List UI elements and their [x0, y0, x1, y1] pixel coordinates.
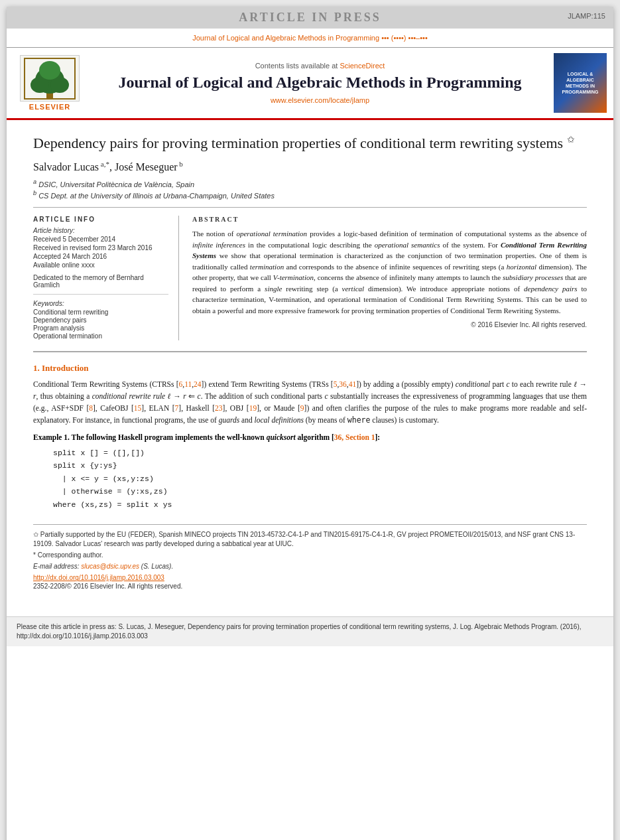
elsevier-logo: ELSEVIER — [13, 55, 86, 111]
article-body: Dependency pairs for proving termination… — [7, 120, 613, 603]
accepted-date: Accepted 24 March 2016 — [33, 253, 168, 260]
article-info-column: ARTICLE INFO Article history: Received 5… — [33, 216, 179, 340]
citation-text: Please cite this article in press as: S.… — [17, 623, 582, 640]
ref-19[interactable]: 19 — [249, 404, 257, 412]
keyword-4: Operational termination — [33, 332, 168, 340]
ref-11[interactable]: 11 — [184, 380, 192, 388]
keyword-2: Dependency pairs — [33, 316, 168, 324]
aip-banner-text: ARTICLE IN PRESS — [239, 11, 381, 24]
svg-point-2 — [31, 77, 49, 93]
journal-url: www.elsevier.com/locate/jlamp — [93, 96, 547, 104]
keyword-3: Program analysis — [33, 324, 168, 332]
code-line-3: | x <= y = (xs,y:zs) — [53, 472, 587, 486]
revised-date: Received in revised form 23 March 2016 — [33, 244, 168, 251]
journal-subtitle-link[interactable]: Journal of Logical and Algebraic Methods… — [192, 34, 428, 42]
sciencedirect-link[interactable]: ScienceDirect — [340, 62, 385, 70]
ref-5[interactable]: 5 — [334, 380, 338, 388]
code-line-5: where (xs,zs) = split x ys — [53, 498, 587, 512]
email-suffix: (S. Lucas). — [141, 563, 173, 570]
divider-thick — [33, 351, 587, 352]
svg-point-3 — [50, 77, 69, 93]
section-intro-heading: 1. Introduction — [33, 363, 587, 374]
available-date: Available online xxxx — [33, 261, 168, 269]
abstract-text: The notion of operational termination pr… — [192, 228, 587, 316]
page: ARTICLE IN PRESS JLAMP:115 Journal of Lo… — [7, 7, 613, 840]
contents-link: Contents lists available at ScienceDirec… — [93, 62, 547, 70]
divider-info — [33, 294, 168, 295]
author-2-sup: b — [178, 160, 183, 168]
code-line-2: split x {y:ys} — [53, 459, 587, 472]
journal-header: ELSEVIER Contents lists available at Sci… — [7, 48, 613, 120]
citation-bar: Please cite this article in press as: S.… — [7, 616, 613, 646]
keywords-section: Keywords: Conditional term rewriting Dep… — [33, 300, 168, 340]
ref-36-sec1[interactable]: 36, Section 1 — [334, 433, 375, 441]
ref-15[interactable]: 15 — [134, 404, 142, 412]
issn-line: 2352-2208/© 2016 Elsevier Inc. All right… — [33, 583, 587, 590]
footnote-corresponding: * Corresponding author. — [33, 551, 587, 560]
paper-title-text: Dependency pairs for proving termination… — [33, 135, 563, 151]
author-1-name: Salvador Lucas — [33, 161, 99, 173]
ref-24[interactable]: 24 — [194, 380, 202, 388]
paper-title-star: ✩ — [567, 135, 575, 145]
email-label: E-mail address: — [33, 563, 79, 570]
intro-paragraph-1: Conditional Term Rewriting Systems (CTRS… — [33, 379, 587, 426]
journal-cover-image: LOGICAL &ALGEBRAICMETHODS INPROGRAMMING — [554, 53, 607, 113]
footnote-email-line: E-mail address: slucas@dsic.upv.es (S. L… — [33, 562, 587, 571]
doi-link[interactable]: http://dx.doi.org/10.1016/j.jlamp.2016.0… — [33, 574, 587, 581]
ref-23[interactable]: 23 — [215, 404, 223, 412]
journal-subtitle-bar: Journal of Logical and Algebraic Methods… — [7, 29, 613, 48]
affiliation-2: b CS Dept. at the University of Illinois… — [33, 190, 587, 200]
journal-title-center: Contents lists available at ScienceDirec… — [93, 62, 547, 104]
elsevier-tree-icon — [20, 55, 80, 102]
elsevier-wordmark: ELSEVIER — [29, 103, 70, 111]
history-label: Article history: — [33, 227, 168, 234]
email-link[interactable]: slucas@dsic.upv.es — [81, 563, 139, 570]
article-info-title: ARTICLE INFO — [33, 216, 168, 223]
author-2-name: José Meseguer — [115, 161, 178, 173]
code-line-4: | otherwise = (y:xs,zs) — [53, 485, 587, 498]
code-block-quicksort: split x [] = ([],[]) split x {y:ys} | x … — [53, 447, 587, 512]
dedication: Dedicated to the memory of Bernhard Gram… — [33, 274, 168, 289]
ref-7[interactable]: 7 — [175, 404, 179, 412]
code-line-1: split x [] = ([],[]) — [53, 447, 587, 460]
author-1-sup: a,* — [99, 160, 109, 168]
ref-8[interactable]: 8 — [89, 404, 93, 412]
footnotes-area: ✩ Partially supported by the EU (FEDER),… — [33, 524, 587, 590]
footnote-star: ✩ Partially supported by the EU (FEDER),… — [33, 530, 587, 549]
aip-banner: ARTICLE IN PRESS JLAMP:115 — [7, 7, 613, 29]
affiliation-1: a DSIC, Universitat Politècnica de Valèn… — [33, 178, 587, 188]
keywords-label: Keywords: — [33, 300, 168, 307]
contents-prefix: Contents lists available at — [255, 62, 338, 70]
keyword-1: Conditional term rewriting — [33, 309, 168, 316]
abstract-section: ABSTRACT The notion of operational termi… — [192, 216, 587, 340]
abstract-title: ABSTRACT — [192, 216, 587, 223]
received-date: Received 5 December 2014 — [33, 236, 168, 243]
affiliations: a DSIC, Universitat Politècnica de Valèn… — [33, 178, 587, 199]
article-info-abstract: ARTICLE INFO Article history: Received 5… — [33, 216, 587, 340]
paper-title: Dependency pairs for proving termination… — [33, 133, 587, 153]
example-1-heading: Example 1. The following Haskell program… — [33, 433, 587, 441]
authors-line: Salvador Lucas a,*, José Meseguer b — [33, 160, 587, 173]
divider-1 — [33, 207, 587, 208]
svg-point-4 — [39, 61, 60, 80]
jlamp-id: JLAMP:115 — [568, 12, 605, 20]
copyright-line: © 2016 Elsevier Inc. All rights reserved… — [192, 321, 587, 328]
ref-36[interactable]: 36 — [339, 380, 347, 388]
ref-6[interactable]: 6 — [179, 380, 183, 388]
ref-9[interactable]: 9 — [300, 404, 304, 412]
ref-41[interactable]: 41 — [349, 380, 357, 388]
journal-main-title: Journal of Logical and Algebraic Methods… — [93, 72, 547, 93]
